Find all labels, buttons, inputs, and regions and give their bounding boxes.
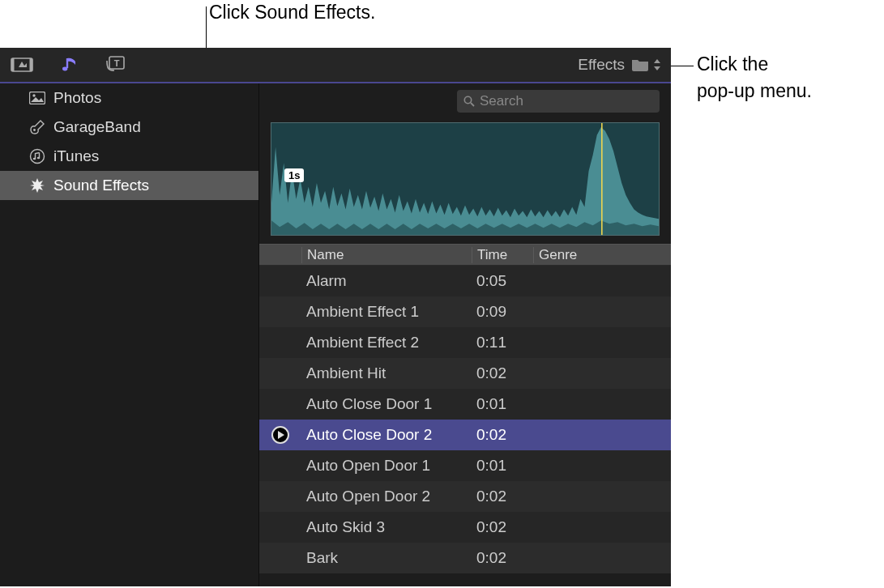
row-name: Auto Open Door 2 (301, 488, 472, 505)
row-name: Auto Close Door 1 (301, 395, 472, 413)
svg-text:T: T (114, 58, 120, 68)
search-input[interactable]: Search (457, 90, 660, 113)
svg-point-14 (33, 158, 36, 160)
row-name: Ambient Hit (301, 364, 472, 382)
annotation-right-line2: pop-up menu. (697, 78, 812, 104)
waveform-preview[interactable]: 1s (271, 122, 660, 236)
music-browser-icon[interactable] (57, 55, 81, 75)
table-row[interactable]: Ambient Effect 20:11 (259, 327, 671, 358)
row-time: 0:11 (472, 334, 533, 352)
sidebar-item-label: iTunes (53, 147, 99, 165)
row-time: 0:05 (472, 272, 533, 290)
sidebar-item-garageband[interactable]: GarageBand (0, 113, 258, 142)
svg-point-12 (33, 129, 36, 131)
toolbar: T Effects (0, 48, 671, 83)
row-play-cell (259, 426, 301, 444)
svg-marker-3 (19, 62, 27, 67)
table-header: Name Time Genre (259, 244, 671, 266)
row-name: Ambient Effect 1 (301, 303, 472, 321)
search-icon (463, 96, 475, 107)
row-time: 0:02 (472, 364, 533, 382)
itunes-icon (29, 148, 45, 164)
svg-marker-11 (31, 97, 44, 102)
svg-point-13 (31, 150, 45, 164)
table-row[interactable]: Auto Close Door 10:01 (259, 389, 671, 420)
svg-marker-7 (654, 59, 660, 63)
chevron-up-down-icon (653, 58, 661, 71)
guitar-icon (29, 119, 45, 135)
row-name: Auto Skid 3 (301, 518, 472, 536)
row-time: 0:02 (472, 426, 533, 444)
row-time: 0:01 (472, 457, 533, 475)
svg-marker-8 (654, 66, 660, 70)
waveform-time-badge: 1s (284, 168, 304, 182)
row-time: 0:02 (472, 549, 533, 567)
sidebar-item-itunes[interactable]: iTunes (0, 142, 258, 171)
row-name: Auto Open Door 1 (301, 457, 472, 475)
svg-rect-1 (11, 58, 15, 71)
waveform-graphic (271, 123, 659, 235)
row-time: 0:02 (472, 518, 533, 536)
row-name: Bark (301, 549, 472, 567)
row-time: 0:02 (472, 488, 533, 505)
column-header-name[interactable]: Name (301, 247, 472, 263)
toolbar-left: T (10, 55, 128, 75)
sidebar-item-label: Photos (53, 89, 101, 107)
row-name: Auto Close Door 2 (301, 426, 472, 444)
effects-popup-button[interactable] (631, 58, 661, 72)
annotation-right-line1: Click the (697, 51, 812, 78)
folder-icon (631, 58, 649, 72)
toolbar-right: Effects (578, 56, 661, 74)
table-row[interactable]: Auto Open Door 10:01 (259, 450, 671, 481)
burst-icon (29, 177, 45, 194)
sidebar: Photos GarageBand iTunes Sound Effects (0, 83, 259, 586)
svg-point-17 (464, 96, 471, 103)
app-window: T Effects Photos GarageBand (0, 48, 671, 586)
table-row[interactable]: Alarm0:05 (259, 266, 671, 296)
column-header-genre[interactable]: Genre (533, 247, 671, 263)
sidebar-item-label: GarageBand (53, 118, 141, 136)
play-icon (278, 431, 284, 439)
svg-rect-9 (30, 92, 45, 104)
table-row[interactable]: Auto Close Door 20:02 (259, 420, 671, 450)
content: Photos GarageBand iTunes Sound Effects (0, 83, 671, 586)
svg-rect-2 (30, 58, 33, 71)
svg-point-10 (32, 94, 35, 96)
sidebar-item-sound-effects[interactable]: Sound Effects (0, 171, 258, 200)
table-body[interactable]: Alarm0:05Ambient Effect 10:09Ambient Eff… (259, 266, 671, 586)
table-row[interactable]: Auto Skid 30:02 (259, 512, 671, 543)
sidebar-item-photos[interactable]: Photos (0, 83, 258, 113)
main: Search 1s Name Time (259, 83, 671, 586)
effects-label: Effects (578, 56, 625, 74)
search-row: Search (259, 83, 671, 119)
table-row[interactable]: Ambient Effect 10:09 (259, 296, 671, 327)
play-button[interactable] (271, 426, 289, 444)
search-placeholder: Search (480, 93, 523, 109)
svg-line-18 (471, 103, 474, 106)
annotation-right: Click the pop-up menu. (697, 51, 812, 105)
media-browser-icon[interactable] (10, 55, 34, 75)
column-header-time[interactable]: Time (472, 247, 533, 263)
table-row[interactable]: Bark0:02 (259, 543, 671, 573)
row-name: Alarm (301, 272, 472, 290)
row-time: 0:09 (472, 303, 533, 321)
annotation-top: Click Sound Effects. (209, 2, 375, 23)
titles-browser-icon[interactable]: T (104, 55, 128, 75)
row-time: 0:01 (472, 395, 533, 413)
svg-point-4 (62, 67, 67, 71)
sidebar-item-label: Sound Effects (53, 177, 149, 194)
photos-icon (29, 90, 45, 106)
table-row[interactable]: Auto Open Door 20:02 (259, 481, 671, 512)
svg-marker-16 (30, 178, 45, 193)
table-row[interactable]: Ambient Hit0:02 (259, 358, 671, 389)
row-name: Ambient Effect 2 (301, 334, 472, 352)
